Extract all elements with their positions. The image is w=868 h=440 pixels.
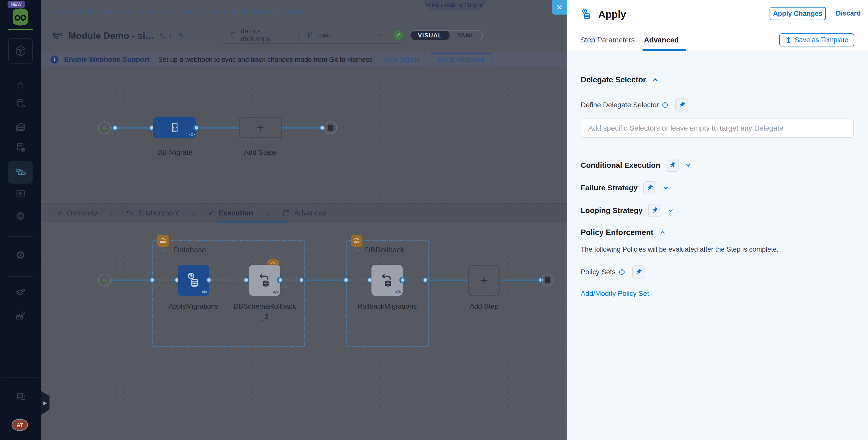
executions-icon[interactable] [0,188,41,199]
connector-port[interactable] [343,277,349,283]
step-group-name[interactable]: Database [174,246,206,254]
add-step-button[interactable]: + [468,265,500,296]
view-details-link[interactable]: View Details [382,56,420,64]
branch-name[interactable]: main [317,31,332,39]
policy-enforcement-section[interactable]: Policy Enforcement [581,228,854,237]
looping-strategy-section[interactable]: Looping Strategy [581,204,854,217]
nav-divider [8,276,33,277]
chevron-down-icon[interactable] [667,207,674,214]
add-stage-button[interactable]: + [239,117,282,138]
collapse-group-button[interactable] [161,250,166,251]
help-chat-icon[interactable]: ? [0,391,41,402]
step-node-rollbackmigrations[interactable]: </> [371,265,403,296]
chevron-down-icon[interactable] [662,184,669,192]
runtime-input-pin-button[interactable] [632,265,645,279]
tab-overview[interactable]: ✓ Overview [57,209,97,218]
policy-sets-row: Policy Sets [581,265,854,279]
pipeline-start-node: ▶ [98,121,111,134]
discard-button[interactable]: Discard [836,9,861,17]
pipeline-title: Module Demo - si… [68,31,154,41]
stage-canvas[interactable]: i Enable Webhook Support Set up a webhoo… [41,47,567,203]
breadcrumb-pipelines[interactable]: Pipelines [279,7,303,14]
save-as-template-button[interactable]: ↥ Save as Template [779,33,854,46]
delegate-selector-input[interactable] [581,119,854,137]
governance-gear-icon[interactable]: ⚙ [0,210,41,222]
code-badge-icon: </> [273,289,278,295]
tab-step-parameters[interactable]: Step Parameters [580,29,635,51]
info-icon[interactable] [619,269,625,275]
connector-port[interactable] [298,277,305,283]
apply-changes-button[interactable]: Apply Changes [770,7,826,20]
chevron-right-icon: › [110,208,113,218]
stop-icon [328,125,333,131]
connector-port[interactable] [243,277,249,283]
step-group-badge-icon [351,235,363,247]
breadcrumb-org[interactable]: Organization: default [142,7,197,14]
step-group-name[interactable]: DBRollback [365,246,404,254]
info-icon[interactable] [662,102,668,108]
org-settings-icon[interactable] [0,310,41,321]
repo-name[interactable]: demo-dbdevops [241,27,287,43]
pin-icon [645,183,654,193]
tab-execution[interactable]: ✓ Execution [208,209,253,218]
drawer-close-button[interactable]: ✕ [552,0,567,14]
edit-pencil-icon[interactable]: ✎ [178,31,184,41]
step-node-dbschemarollback[interactable]: </> [249,265,280,296]
db-instances-icon[interactable] [0,98,41,109]
layers-settings-icon[interactable] [0,287,41,298]
home-icon[interactable]: ⌂ [0,78,41,91]
sync-success-icon: ✓ [394,30,403,40]
runtime-input-pin-button[interactable] [666,159,679,172]
db-stack-icon[interactable] [0,122,41,133]
chevron-up-icon[interactable] [659,229,666,236]
yaml-toggle-option[interactable]: YAML [450,30,483,40]
breadcrumb-project[interactable]: Project: demodbdevops [207,7,270,14]
connector-port[interactable] [399,277,406,283]
execution-canvas[interactable]: ▶ Database [41,222,567,440]
tag-count[interactable]: 1 [159,32,173,40]
chevron-right-icon: › [192,208,195,218]
tag-icon [159,32,167,40]
runtime-input-pin-button[interactable] [675,98,688,112]
failure-strategy-section[interactable]: Failure Strategy [581,181,854,194]
visual-toggle-option[interactable]: VISUAL [410,30,450,40]
pipeline-title-bar: Module Demo - si… 1 ✎ demo-dbdevops [41,25,567,47]
code-badge-icon: </> [202,289,207,295]
module-picker-button[interactable] [8,38,33,64]
pipeline-end-node [324,121,337,134]
connector-port[interactable] [277,277,284,283]
db-properties-icon[interactable] [0,142,41,153]
runtime-input-pin-button[interactable] [643,181,656,194]
step-config-drawer: Apply Apply Changes Discard Step Paramet… [567,0,868,440]
chevron-down-icon[interactable] [376,32,383,39]
execution-end-node [541,274,554,287]
connector-port[interactable] [149,277,155,283]
settings-gear-icon[interactable]: ⚙ [0,249,41,261]
conditional-execution-section[interactable]: Conditional Execution [581,159,854,172]
connector-port[interactable] [422,277,429,283]
connector-port[interactable] [193,125,200,131]
add-modify-policy-set-link[interactable]: Add/Modify Policy Set [581,289,854,297]
chevron-down-icon[interactable] [684,161,692,169]
step-group-database[interactable] [152,240,305,347]
tab-environment[interactable]: Environment [126,209,179,217]
tab-advanced[interactable]: Advanced [644,29,679,51]
tab-advanced[interactable]: Advanced [282,209,327,217]
step-node-applymigrations[interactable]: </> [178,265,209,296]
collapse-group-button[interactable] [355,250,361,251]
logo-underline [8,29,33,30]
user-avatar[interactable]: AT [11,419,28,431]
stage-node-db-migrate[interactable]: </> [153,117,196,138]
connector-port[interactable] [112,125,118,131]
top-header: Account: app-harness-ng-cicd › Organizat… [41,0,567,25]
dbdevops-logo-icon[interactable] [10,8,31,28]
play-icon: ▶ [103,124,107,131]
pipelines-icon[interactable] [0,167,41,178]
setup-webhook-button[interactable]: Setup Webhook [430,53,492,66]
check-icon: ✓ [57,209,63,218]
chevron-up-icon[interactable] [651,76,659,84]
breadcrumb-account[interactable]: Account: app-harness-ng-cicd [53,7,133,14]
connector-port[interactable] [206,277,212,283]
runtime-input-pin-button[interactable] [648,204,661,217]
delegate-selector-section[interactable]: Delegate Selector [581,75,854,84]
